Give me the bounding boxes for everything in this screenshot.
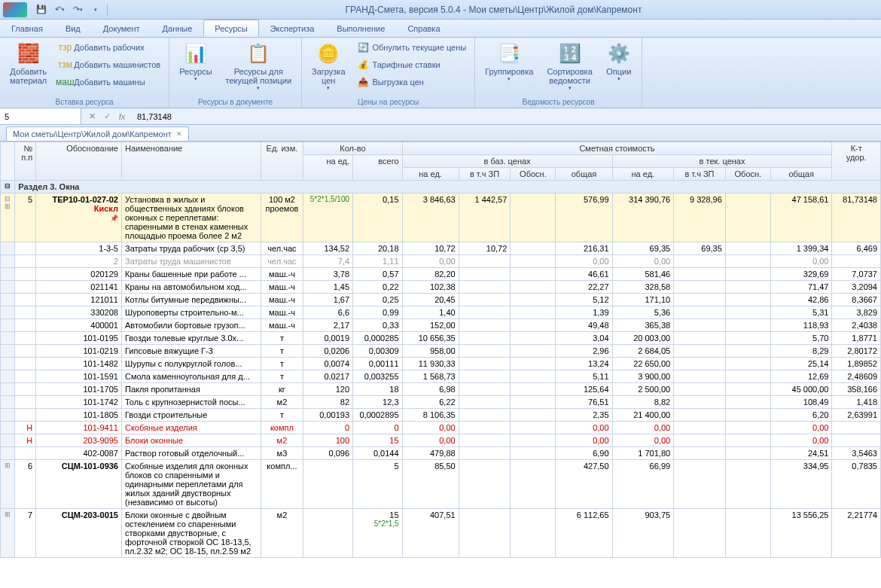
menu-документ[interactable]: Документ bbox=[92, 20, 151, 37]
ribbon-group-label: Вставка ресурса bbox=[5, 96, 164, 108]
expand-icon[interactable] bbox=[1, 332, 15, 345]
add-machinists-button[interactable]: тзмДобавить машинистов bbox=[55, 56, 164, 73]
header-sm[interactable]: Сметная стоимость bbox=[402, 142, 832, 155]
table-row[interactable]: 2Затраты труда машинистовчел.час7,41,110… bbox=[1, 255, 881, 268]
window-title: ГРАНД-Смета, версия 5.0.4 - Мои сметы\Це… bbox=[109, 5, 878, 15]
export-icon: 📤 bbox=[358, 76, 370, 88]
expand-icon[interactable] bbox=[1, 358, 15, 370]
sort-button[interactable]: 🔢Сортировка ведомости▾ bbox=[541, 39, 597, 93]
expand-icon[interactable] bbox=[1, 447, 15, 460]
header-ed[interactable]: Ед. изм. bbox=[261, 142, 303, 181]
qat-more-icon[interactable]: ▾ bbox=[87, 2, 104, 17]
resources-position-button[interactable]: 📋Ресурсы для текущей позиции▾ bbox=[221, 39, 297, 93]
app-icon bbox=[3, 2, 27, 17]
machine-icon: маш bbox=[59, 76, 71, 88]
header-obos[interactable]: Обоснование bbox=[36, 142, 122, 181]
expand-icon[interactable] bbox=[1, 396, 15, 409]
expand-icon[interactable] bbox=[1, 306, 15, 319]
expand-icon[interactable] bbox=[1, 268, 15, 281]
section-title: Раздел 3. Окна bbox=[15, 181, 881, 193]
table-row[interactable]: 021141Краны на автомобильном ход...маш.-… bbox=[1, 281, 881, 294]
resources-pos-icon: 📋 bbox=[246, 41, 270, 66]
table-row[interactable]: ⊟ ⊞5ТЕР10-01-027-02Кискл 📌Установка в жи… bbox=[1, 193, 881, 242]
undo-icon[interactable]: ↶▾ bbox=[51, 2, 68, 17]
menu-экспертиза[interactable]: Экспертиза bbox=[259, 20, 326, 37]
expand-icon[interactable]: ⊟ ⊞ bbox=[1, 193, 15, 242]
expand-icon[interactable] bbox=[1, 434, 15, 447]
expand-icon[interactable] bbox=[1, 294, 15, 306]
reset-prices-button[interactable]: 🔄Обнулить текущие цены bbox=[354, 39, 471, 56]
menu-ресурсы[interactable]: Ресурсы bbox=[203, 20, 258, 37]
table-row[interactable]: 101-1705Пакля пропитаннаякг120186,98125,… bbox=[1, 383, 881, 396]
menu-данные[interactable]: Данные bbox=[151, 20, 204, 37]
ribbon: 🧱 Добавить материал тзрДобавить рабочих … bbox=[0, 38, 881, 108]
menu-главная[interactable]: Главная bbox=[0, 20, 54, 37]
table-row[interactable]: 101-1482Шурупы с полукруглой голов...т0,… bbox=[1, 358, 881, 370]
menu-вид[interactable]: Вид bbox=[54, 20, 92, 37]
table-row[interactable]: 121011Котлы битумные передвижны...маш.-ч… bbox=[1, 294, 881, 306]
table-row[interactable]: 330208Шуроповерты строительно-м...маш.-ч… bbox=[1, 306, 881, 319]
table-row[interactable]: 101-1742Толь с крупнозернистой посы...м2… bbox=[1, 396, 881, 409]
table-row[interactable]: Н101-9411Скобяные изделиякомпл000,000,00… bbox=[1, 422, 881, 434]
table-row[interactable]: 101-1591Смола каменноугольная для д...т0… bbox=[1, 370, 881, 383]
header-kv[interactable]: Кол-во bbox=[303, 142, 402, 155]
table-row[interactable]: ⊞6СЦМ-101-0936Скобяные изделия для оконн… bbox=[1, 460, 881, 509]
header-kt[interactable]: К-т удор. bbox=[832, 142, 881, 181]
accept-formula-icon[interactable]: ✓ bbox=[99, 110, 114, 123]
add-workers-button[interactable]: тзрДобавить рабочих bbox=[55, 39, 164, 56]
expand-icon[interactable] bbox=[1, 281, 15, 294]
expand-icon[interactable]: ⊞ bbox=[1, 460, 15, 509]
close-tab-icon[interactable]: ✕ bbox=[176, 130, 182, 138]
table-row[interactable]: 1-3-5Затраты труда рабочих (ср 3,5)чел.ч… bbox=[1, 242, 881, 255]
table-row[interactable]: ⊞7СЦМ-203-0015Блоки оконные с двойным ос… bbox=[1, 509, 881, 558]
expand-icon[interactable] bbox=[1, 319, 15, 332]
table-row[interactable]: 400001Автомобили бортовые грузоп...маш.-… bbox=[1, 319, 881, 332]
menu-bar: ГлавнаяВидДокументДанныеРесурсыЭкспертиз… bbox=[0, 20, 881, 38]
add-machines-button[interactable]: машДобавить машины bbox=[55, 74, 164, 90]
expand-icon[interactable] bbox=[1, 242, 15, 255]
expand-icon[interactable] bbox=[1, 409, 15, 422]
tariff-button[interactable]: 💰Тарифные ставки bbox=[354, 56, 471, 73]
cell-reference[interactable]: 5 bbox=[0, 108, 81, 124]
options-button[interactable]: ⚙️Опции▾ bbox=[601, 39, 637, 84]
title-bar: 💾 ↶▾ ↷▾ ▾ ГРАНД-Смета, версия 5.0.4 - Мо… bbox=[0, 0, 881, 20]
table-row[interactable]: Н203-9095Блоки оконныем2100150,000,000,0… bbox=[1, 434, 881, 447]
group-icon: 📑 bbox=[497, 41, 521, 66]
menu-выполнение[interactable]: Выполнение bbox=[325, 20, 396, 37]
expand-icon[interactable] bbox=[1, 383, 15, 396]
unload-prices-button[interactable]: 📤Выгрузка цен bbox=[354, 74, 471, 90]
sort-icon: 🔢 bbox=[558, 41, 582, 66]
resources-icon: 📊 bbox=[184, 41, 208, 66]
tariff-icon: 💰 bbox=[358, 59, 370, 71]
table-row[interactable]: 101-1805Гвозди строительныет0,001930,000… bbox=[1, 409, 881, 422]
header-npp[interactable]: № п.п bbox=[15, 142, 36, 181]
table-row[interactable]: 020129Краны башенные при работе ...маш.-… bbox=[1, 268, 881, 281]
load-prices-button[interactable]: 🪙Загрузка цен▾ bbox=[306, 39, 350, 93]
expand-icon[interactable] bbox=[1, 370, 15, 383]
formula-input[interactable]: 81,73148 bbox=[133, 112, 881, 121]
menu-справка[interactable]: Справка bbox=[396, 20, 451, 37]
expand-icon[interactable]: ⊞ bbox=[1, 509, 15, 558]
formula-bar: 5 ✕ ✓ fx 81,73148 bbox=[0, 108, 881, 125]
machinist-icon: тзм bbox=[59, 59, 71, 71]
fx-icon[interactable]: fx bbox=[114, 110, 130, 123]
document-tab[interactable]: Мои сметы\Центр\Жилой дом\Капремонт ✕ bbox=[6, 126, 189, 141]
grouping-button[interactable]: 📑Группировка▾ bbox=[480, 39, 538, 84]
document-tabs: Мои сметы\Центр\Жилой дом\Капремонт ✕ bbox=[0, 125, 881, 142]
expand-icon[interactable] bbox=[1, 422, 15, 434]
expand-icon[interactable] bbox=[1, 255, 15, 268]
expand-icon[interactable] bbox=[1, 345, 15, 358]
collapse-icon[interactable]: ⊟ bbox=[1, 181, 15, 193]
options-icon: ⚙️ bbox=[607, 41, 631, 66]
table-row[interactable]: 101-0219Гипсовые вяжущие Г-3т0,02060,003… bbox=[1, 345, 881, 358]
worker-icon: тзр bbox=[59, 41, 71, 53]
cancel-formula-icon[interactable]: ✕ bbox=[84, 110, 99, 123]
table-row[interactable]: 101-0195Гвозди толевые круглые 3.0х...т0… bbox=[1, 332, 881, 345]
table-row[interactable]: 402-0087Раствор готовый отделочный...м30… bbox=[1, 447, 881, 460]
header-name[interactable]: Наименование bbox=[121, 142, 261, 181]
resources-button[interactable]: 📊Ресурсы▾ bbox=[174, 39, 217, 84]
data-grid[interactable]: № п.п Обоснование Наименование Ед. изм. … bbox=[0, 142, 881, 588]
redo-icon[interactable]: ↷▾ bbox=[69, 2, 86, 17]
add-material-button[interactable]: 🧱 Добавить материал bbox=[5, 39, 52, 87]
save-icon[interactable]: 💾 bbox=[33, 2, 50, 17]
